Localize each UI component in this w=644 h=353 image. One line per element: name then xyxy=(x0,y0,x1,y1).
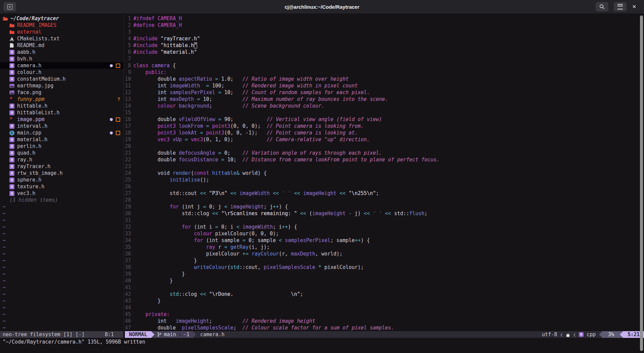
code-line-35[interactable]: 35 ray r = getRay(i, j); xyxy=(124,244,644,250)
tree-item-ray.h[interactable]: Hray.h xyxy=(0,156,124,163)
code-line-46[interactable]: 46 int imageHeight; // Rendered image he… xyxy=(124,318,644,324)
code-line-18[interactable]: 18 point3 lookAt = point3(0, 0, -1); // … xyxy=(124,129,644,136)
code-line-22[interactable]: 22 double focusDistance = 10; // Distanc… xyxy=(124,156,644,163)
code-line-10[interactable]: 10 double aspectRatio = 1.0; // Ratio of… xyxy=(124,76,644,82)
code-line-29[interactable]: 29 for (int j = 0; j < imageHeight; j++)… xyxy=(124,203,644,210)
code-line-41[interactable]: 41 xyxy=(124,284,644,291)
code-line-28[interactable]: 28 xyxy=(124,197,644,203)
tree-item-interval.h[interactable]: Hinterval.h xyxy=(0,123,124,129)
tree-item-constantMedium.h[interactable]: HconstantMedium.h xyxy=(0,76,124,82)
code-line-33[interactable]: 33 colour pixelColour(0, 0, 0); xyxy=(124,230,644,237)
code-line-3[interactable]: 3 xyxy=(124,29,644,35)
code-line-11[interactable]: 11 int imageWidth = 100; // Rendered ima… xyxy=(124,82,644,89)
code-line-27[interactable]: 27 std::cout << "P3\n" << imageWidth << … xyxy=(124,190,644,197)
powerline-separator xyxy=(193,331,196,338)
tree-item-CMakeLists.txt[interactable]: CMakeLists.txt xyxy=(0,35,124,42)
code-line-23[interactable]: 23 xyxy=(124,163,644,170)
filetype-icon: H xyxy=(579,332,584,337)
empty-buffer-line: ~ xyxy=(0,324,124,331)
code-line-9[interactable]: 9 public: xyxy=(124,69,644,76)
line-number: 44 xyxy=(124,305,131,311)
code-line-15[interactable]: 15 xyxy=(124,109,644,116)
code-line-26[interactable]: 26 xyxy=(124,183,644,190)
line-number: 14 xyxy=(124,103,131,109)
code-text: int imageHeight; // Rendered image heigh… xyxy=(133,318,315,324)
tree-item-earthmap.jpg[interactable]: earthmap.jpg xyxy=(0,82,124,89)
tree-item-rtw_stb_image.h[interactable]: Hrtw_stb_image.h xyxy=(0,170,124,176)
tree-item-hittableList.h[interactable]: HhittableList.h xyxy=(0,109,124,116)
empty-buffer-line: ~ xyxy=(0,264,124,271)
code-line-44[interactable]: 44 xyxy=(124,304,644,311)
header-file-icon: H xyxy=(9,63,15,68)
code-line-40[interactable]: 40 } xyxy=(124,277,644,284)
code-line-12[interactable]: 12 int samplesPerPixel = 10; // Count of… xyxy=(124,89,644,96)
tree-item-colour.h[interactable]: Hcolour.h xyxy=(0,69,124,76)
menu-button[interactable] xyxy=(614,2,627,11)
line-number: 25 xyxy=(124,177,131,183)
tree-item-texture.h[interactable]: Htexture.h xyxy=(0,183,124,190)
code-line-17[interactable]: 17 point3 lookFrom = point3(0, 0, 0); //… xyxy=(124,123,644,129)
tree-item-external[interactable]: external xyxy=(0,29,124,35)
empty-buffer-line: ~ xyxy=(0,230,124,237)
tree-item-sphere.h[interactable]: Hsphere.h xyxy=(0,176,124,183)
code-line-13[interactable]: 13 int maxDepth = 10; // Maximum number … xyxy=(124,96,644,103)
tree-item-aabb.h[interactable]: Haabb.h xyxy=(0,49,124,55)
tree-item-README.md[interactable]: README.md xyxy=(0,42,124,49)
code-line-38[interactable]: 38 writeColour(std::cout, pixelSamplesSc… xyxy=(124,264,644,271)
scrollbar-thumb[interactable] xyxy=(640,15,643,351)
tree-item-README_IMAGES[interactable]: README_IMAGES xyxy=(0,22,124,29)
header-file-icon: H xyxy=(9,124,15,129)
header-file-icon: H xyxy=(9,157,15,162)
git-branch-name: main xyxy=(164,331,176,338)
code-line-8[interactable]: 8class camera { xyxy=(124,62,644,69)
code-line-7[interactable]: 7 xyxy=(124,55,644,62)
git-unstaged-marker xyxy=(116,64,120,68)
code-line-30[interactable]: 30 std::clog << "\rScanlines remaining: … xyxy=(124,210,644,217)
tree-root[interactable]: ~/Code/Raytracer xyxy=(0,15,124,22)
tree-item-rayTracer.h[interactable]: HrayTracer.h xyxy=(0,163,124,170)
code-line-45[interactable]: 45 private: xyxy=(124,311,644,318)
tree-item-material.h[interactable]: Hmaterial.h xyxy=(0,136,124,143)
tree-item-quad.h[interactable]: Hquad.h xyxy=(0,150,124,156)
search-button[interactable] xyxy=(596,2,608,11)
line-number: 36 xyxy=(124,251,131,257)
tree-item-label: sphere.h xyxy=(17,177,41,183)
code-line-34[interactable]: 34 for (int sample = 0; sample < samples… xyxy=(124,237,644,244)
code-line-37[interactable]: 37 } xyxy=(124,257,644,264)
powerline-separator xyxy=(620,331,623,338)
code-line-16[interactable]: 16 double vFieldOfView = 90; // Vertical… xyxy=(124,116,644,123)
code-text: for (int i = 0; i < imageWidth; i++) { xyxy=(133,224,297,230)
code-line-32[interactable]: 32 for (int i = 0; i < imageWidth; i++) … xyxy=(124,224,644,230)
code-line-6[interactable]: 6#include "material.h" xyxy=(124,49,644,55)
tree-item-hittable.h[interactable]: Hhittable.h xyxy=(0,103,124,109)
code-line-42[interactable]: 42 std::clog << "\rDone. \n"; xyxy=(124,291,644,298)
code-line-36[interactable]: 36 pixelColour += rayColour(r, maxDepth,… xyxy=(124,250,644,257)
tree-item-main.cpp[interactable]: Cmain.cpp xyxy=(0,129,124,136)
code-line-47[interactable]: 47 double pixelSamplesScale; // Colour s… xyxy=(124,324,644,331)
tree-item-label: hittableList.h xyxy=(17,110,59,116)
code-line-1[interactable]: 1#ifndef CAMERA_H xyxy=(124,15,644,22)
code-line-2[interactable]: 2#define CAMERA_H xyxy=(124,22,644,29)
code-line-39[interactable]: 39 } xyxy=(124,271,644,277)
code-line-21[interactable]: 21 double defocusAngle = 0; // Variation… xyxy=(124,150,644,156)
tree-item-camera.h[interactable]: Hcamera.h xyxy=(0,62,124,69)
code-line-31[interactable]: 31 xyxy=(124,217,644,224)
code-line-14[interactable]: 14 colour background; // Scene backgroun… xyxy=(124,103,644,109)
code-line-5[interactable]: 5#include "hittable.h" xyxy=(124,42,644,49)
code-text: } xyxy=(133,258,197,264)
tree-item-perlin.h[interactable]: Hperlin.h xyxy=(0,143,124,150)
window-separator[interactable] xyxy=(124,15,124,331)
close-button[interactable]: ✕ xyxy=(629,2,640,11)
code-line-4[interactable]: 4#include "rayTracer.h" xyxy=(124,35,644,42)
folder-open-icon xyxy=(3,16,9,21)
code-line-20[interactable]: 20 xyxy=(124,143,644,150)
code-line-43[interactable]: 43 } xyxy=(124,298,644,304)
code-line-19[interactable]: 19 vec3 vUp = vec3(0, 1, 0); // Camera-r… xyxy=(124,136,644,143)
code-line-24[interactable]: 24 void render(const hittable& world) { xyxy=(124,170,644,176)
tree-item-image.ppm[interactable]: *image.ppm xyxy=(0,116,124,123)
tree-item-bvh.h[interactable]: Hbvh.h xyxy=(0,55,124,62)
tree-item-face.png[interactable]: face.png xyxy=(0,89,124,96)
tree-item-vec3.h[interactable]: Hvec3.h xyxy=(0,190,124,197)
tree-item-funny.ppm[interactable]: *funny.ppm? xyxy=(0,96,124,103)
code-line-25[interactable]: 25 initialise(); xyxy=(124,176,644,183)
